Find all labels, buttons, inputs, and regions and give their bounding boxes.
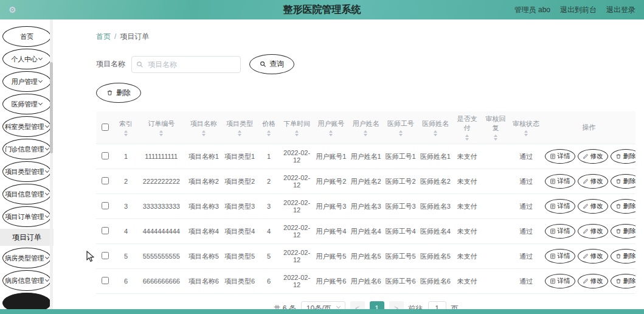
sidebar-item-doctor-mgmt[interactable]: 医师管理 (2, 94, 51, 114)
sort-icon[interactable] (267, 130, 271, 136)
sidebar-item-label: 用户管理 (12, 77, 38, 86)
chevron-down-icon (38, 56, 43, 60)
col-header-project-name[interactable]: 项目名称 (185, 111, 221, 144)
delete-row-button[interactable]: 删除 (611, 274, 635, 288)
col-header-review-status[interactable]: 审核状态 (510, 111, 542, 144)
edit-button[interactable]: 修改 (578, 174, 608, 189)
trash-icon (615, 178, 621, 184)
cell-review-status: 通过 (510, 169, 542, 194)
main-content: 首页/项目订单 项目名称 查询 删除 (54, 19, 644, 314)
row-checkbox[interactable] (102, 277, 109, 284)
cell-project-name: 项目名称6 (185, 269, 221, 294)
breadcrumb-home[interactable]: 首页 (96, 32, 111, 41)
edit-button[interactable]: 修改 (578, 149, 608, 164)
sidebar-item-ward-type-mgmt[interactable]: 病房类型管理 (2, 248, 51, 268)
sort-icon[interactable] (159, 130, 163, 136)
col-header-user-name[interactable]: 用户姓名 (348, 111, 383, 144)
table-row: 2 2222222222 项目名称2 项目类型2 2 2022-02-12 用户… (96, 169, 635, 194)
sidebar-item-label: 项目信息管理 (5, 190, 44, 199)
detail-button[interactable]: 详情 (545, 224, 575, 239)
sort-icon[interactable] (434, 130, 437, 136)
cell-project-name: 项目名称3 (185, 194, 221, 219)
cell-user-account: 用户账号1 (314, 144, 348, 169)
cell-project-name: 项目名称2 (185, 169, 221, 194)
pencil-icon (583, 253, 589, 259)
sidebar-item-personal-center[interactable]: 个人中心 (2, 49, 51, 69)
detail-button[interactable]: 详情 (545, 249, 575, 263)
edit-button[interactable]: 修改 (578, 249, 608, 263)
chevron-down-icon (38, 101, 43, 105)
chevron-down-icon (45, 214, 49, 218)
delete-row-button[interactable]: 删除 (611, 224, 635, 239)
sort-icon[interactable] (124, 130, 128, 136)
sidebar-item-label: 科室类型管理 (5, 122, 44, 131)
sidebar-item-project-info-mgmt[interactable]: 项目信息管理 (2, 184, 51, 204)
row-checkbox[interactable] (102, 177, 109, 184)
col-header-doctor-no[interactable]: 医师工号 (383, 111, 418, 144)
select-all-checkbox[interactable] (102, 124, 109, 131)
cell-project-type: 项目类型6 (221, 269, 257, 294)
cell-doctor-no: 医师工号6 (383, 269, 418, 294)
exit-to-front-link[interactable]: 退出到前台 (560, 5, 597, 15)
sidebar-item-user-mgmt[interactable]: 用户管理 (2, 71, 51, 92)
cell-user-account: 用户账号3 (314, 194, 348, 219)
col-header-order-time[interactable]: 下单时间 (280, 111, 313, 144)
sidebar-submenu-project-order[interactable]: 项目订单 (0, 229, 54, 246)
sort-icon[interactable] (202, 130, 206, 136)
col-header-price[interactable]: 价格 (258, 111, 280, 144)
edit-button[interactable]: 修改 (578, 224, 608, 239)
col-header-index[interactable]: 索引 (115, 111, 137, 144)
document-icon (550, 278, 556, 284)
cell-user-name: 用户姓名5 (348, 244, 383, 269)
delete-row-button[interactable]: 删除 (611, 249, 635, 263)
detail-button[interactable]: 详情 (545, 149, 575, 164)
delete-row-button[interactable]: 删除 (611, 199, 635, 214)
row-checkbox[interactable] (102, 227, 109, 234)
sort-icon[interactable] (364, 130, 367, 136)
cell-order-no: 6666666666 (137, 269, 185, 294)
row-checkbox[interactable] (102, 252, 109, 259)
sidebar-item-clinic-info-mgmt[interactable]: 门诊信息管理 (2, 139, 51, 159)
sidebar-item-dept-type-mgmt[interactable]: 科室类型管理 (2, 116, 51, 137)
cell-order-no: 3333333333 (137, 194, 185, 219)
sidebar-item-project-order-mgmt[interactable]: 项目订单管理 (2, 206, 51, 227)
row-checkbox[interactable] (102, 152, 109, 159)
query-button[interactable]: 查询 (249, 54, 294, 74)
col-header-doctor-name[interactable]: 医师姓名 (418, 111, 452, 144)
sidebar-item-project-type-mgmt[interactable]: 项目类型管理 (2, 161, 51, 182)
sort-icon[interactable] (329, 130, 333, 136)
sort-icon[interactable] (494, 134, 497, 141)
cell-order-no: 4444444444 (137, 219, 185, 244)
col-header-pay-status[interactable]: 是否支付 (453, 111, 482, 144)
row-checkbox[interactable] (102, 202, 109, 209)
cell-index: 3 (115, 194, 137, 219)
project-name-search-input[interactable] (131, 56, 241, 73)
col-header-user-account[interactable]: 用户账号 (314, 111, 348, 144)
detail-button[interactable]: 详情 (545, 274, 575, 288)
sort-icon[interactable] (295, 130, 299, 136)
delete-row-button[interactable]: 删除 (611, 149, 635, 164)
col-header-project-type[interactable]: 项目类型 (221, 111, 257, 144)
sort-icon[interactable] (399, 130, 403, 136)
sidebar-item-ward-info-mgmt[interactable]: 病房信息管理 (2, 270, 51, 291)
sort-icon[interactable] (465, 134, 469, 141)
detail-button[interactable]: 详情 (545, 199, 575, 214)
edit-button[interactable]: 修改 (578, 199, 608, 214)
app-header: ⚙ 整形医院管理系统 管理员 abo 退出到前台 退出登录 (0, 0, 644, 19)
col-header-review-reply[interactable]: 审核回复 (482, 111, 510, 144)
sidebar-scrollbar-thumb[interactable] (50, 62, 53, 153)
sort-icon[interactable] (238, 130, 241, 136)
delete-row-button[interactable]: 删除 (611, 174, 635, 189)
sidebar-item-home[interactable]: 首页 (2, 26, 51, 47)
detail-button[interactable]: 详情 (545, 174, 575, 189)
document-icon (550, 203, 556, 209)
col-header-order-no[interactable]: 订单编号 (137, 111, 185, 144)
cell-review-reply (482, 269, 510, 294)
sort-icon[interactable] (524, 130, 528, 136)
sidebar: 首页 个人中心 用户管理 医师管理 科室类型管理 门诊信息管理 项目类型管理 项… (0, 19, 54, 314)
cell-index: 4 (115, 219, 137, 244)
cell-price: 6 (258, 269, 280, 294)
logout-link[interactable]: 退出登录 (606, 5, 635, 15)
edit-button[interactable]: 修改 (578, 274, 608, 288)
delete-button[interactable]: 删除 (96, 83, 141, 103)
